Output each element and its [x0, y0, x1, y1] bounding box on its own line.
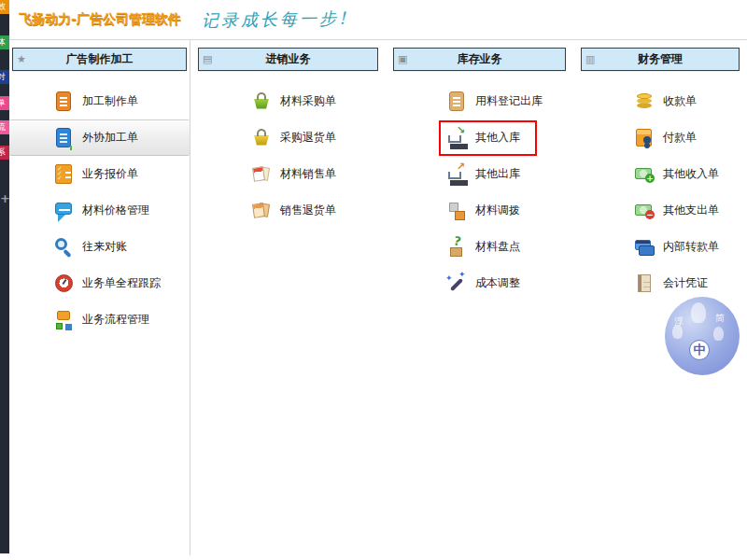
- menu-item[interactable]: 其他收入单: [573, 156, 747, 192]
- column-title: 库存业务: [458, 52, 502, 65]
- column-items: 收款单 付款单 其他收入单 其他支出单 内部转款单 会计凭证: [573, 71, 747, 301]
- column-header[interactable]: ▥财务管理: [581, 48, 740, 71]
- menu-item[interactable]: 材料调拨: [386, 192, 573, 229]
- menu-item-label: 往来对账: [82, 239, 127, 255]
- clipboard-blue-icon: [52, 127, 75, 149]
- menu-column: ▥财务管理 收款单 付款单 其他收入单 其他支出单 内部转款单: [573, 40, 747, 555]
- column-items: 用料登记出库 其他入库 其他出库 材料调拨 材料盘点 成本调整: [386, 71, 573, 301]
- menu-item-label: 材料调拨: [475, 203, 520, 218]
- menu-column: ▤进销业务 材料采购单 采购退货单 材料销售单 销售退货单: [190, 40, 387, 555]
- column-header[interactable]: ★广告制作加工: [12, 48, 187, 71]
- menu-item-label: 内部转款单: [663, 239, 719, 255]
- money-plus-icon: [633, 163, 655, 186]
- payment-doc-icon: [633, 127, 655, 149]
- dock-item[interactable]: 系: [0, 146, 9, 160]
- magnifier-blue-icon: [52, 236, 75, 259]
- menu-item-label: 销售退货单: [280, 203, 336, 218]
- menu-item[interactable]: 会计凭证: [573, 265, 747, 301]
- star-icon: ★: [17, 49, 26, 70]
- basket-yellow-icon: [250, 127, 273, 149]
- menu-item[interactable]: 外协加工单: [9, 119, 190, 156]
- chat-blue-icon: [52, 200, 75, 222]
- dock-item[interactable]: 流: [0, 120, 9, 134]
- tulip-icon: [691, 302, 706, 323]
- column-items: 加工制作单 外协加工单 业务报价单 材料价格管理 往来对账 业务单全程跟踪: [9, 71, 190, 338]
- top-header: 飞扬动力-广告公司管理软件 记录成长每一步!: [9, 0, 747, 40]
- dock-item[interactable]: 单: [0, 96, 9, 110]
- menu-item-label: 收款单: [663, 93, 697, 109]
- menu-columns: ★广告制作加工 加工制作单 外协加工单 业务报价单 材料价格管理 往来对账: [9, 40, 747, 555]
- menu-column: ★广告制作加工 加工制作单 外协加工单 业务报价单 材料价格管理 往来对账: [9, 40, 190, 555]
- menu-item[interactable]: 材料价格管理: [9, 192, 190, 229]
- menu-column: ▣库存业务 用料登记出库 其他入库 其他出库 材料调拨 材料盘点: [386, 40, 574, 555]
- package-icon: ▣: [398, 49, 407, 70]
- basket-green-icon: [250, 91, 273, 113]
- column-title: 财务管理: [638, 52, 683, 65]
- coins-gold-icon: [633, 91, 655, 113]
- menu-item[interactable]: 材料采购单: [190, 83, 386, 119]
- flowchart-icon: [52, 309, 75, 331]
- menu-item-label: 用料登记出库: [475, 93, 543, 109]
- app-window: 效体对单流系+ 飞扬动力-广告公司管理软件 记录成长每一步! ★广告制作加工 加…: [0, 0, 747, 560]
- menu-item[interactable]: 内部转款单: [573, 229, 747, 265]
- dock-item[interactable]: 体: [0, 35, 9, 49]
- menu-item[interactable]: 用料登记出库: [386, 83, 573, 119]
- column-header[interactable]: ▤进销业务: [198, 48, 378, 71]
- menu-item[interactable]: 材料盘点: [386, 229, 573, 265]
- menu-item[interactable]: 其他出库: [386, 156, 573, 192]
- papers-red-icon: [250, 163, 273, 186]
- dock-item[interactable]: 对: [0, 70, 9, 84]
- dock-strip: 效体对单流系+: [0, 0, 9, 553]
- menu-item-label: 外协加工单: [82, 130, 138, 146]
- menu-item[interactable]: 业务单全程跟踪: [9, 265, 190, 301]
- menu-item[interactable]: 其他支出单: [573, 192, 747, 229]
- watermark-char: 简: [715, 312, 725, 325]
- menu-item[interactable]: 材料销售单: [190, 156, 386, 192]
- cart-out-icon: [445, 163, 468, 186]
- papers-orange-icon: [250, 200, 273, 222]
- box-sprout-icon: [445, 236, 468, 259]
- menu-item-label: 会计凭证: [663, 275, 708, 291]
- app-slogan: 记录成长每一步!: [202, 7, 349, 33]
- menu-item-label: 其他支出单: [663, 203, 719, 218]
- menu-item-label: 其他出库: [475, 166, 520, 182]
- watermark-char: 浮: [674, 315, 684, 329]
- menu-item-label: 付款单: [663, 130, 697, 146]
- menu-item-label: 其他入库: [475, 130, 520, 146]
- menu-item[interactable]: 其他入库: [386, 119, 573, 156]
- money-minus-icon: [633, 200, 655, 222]
- watermark-badge: 中: [689, 340, 710, 360]
- menu-item-label: 业务单全程跟踪: [82, 275, 161, 291]
- menu-item-label: 成本调整: [475, 275, 520, 291]
- boxes-transfer-icon: [445, 200, 468, 222]
- menu-item[interactable]: 往来对账: [9, 229, 190, 265]
- menu-item[interactable]: 收款单: [573, 83, 747, 119]
- clipboard-orange-icon: [52, 91, 75, 113]
- ime-watermark: 浮 简 中: [665, 297, 740, 375]
- menu-item[interactable]: 成本调整: [386, 265, 573, 301]
- menu-item-label: 业务报价单: [82, 166, 138, 182]
- menu-item-label: 业务流程管理: [82, 312, 149, 328]
- tulip-icon: [713, 327, 724, 341]
- dock-item[interactable]: 效: [0, 0, 9, 14]
- menu-item[interactable]: 业务报价单: [9, 156, 190, 192]
- notebook-icon: ▤: [203, 49, 212, 70]
- menu-item-label: 材料价格管理: [82, 203, 149, 218]
- document-icon: ▥: [585, 49, 595, 70]
- menu-item-label: 材料盘点: [475, 239, 520, 255]
- menu-item[interactable]: 采购退货单: [190, 119, 386, 156]
- column-header[interactable]: ▣库存业务: [393, 48, 566, 71]
- menu-item-label: 其他收入单: [663, 166, 719, 182]
- menu-item[interactable]: 业务流程管理: [9, 301, 190, 338]
- checklist-orange-icon: [52, 163, 75, 186]
- menu-item[interactable]: 付款单: [573, 119, 747, 156]
- menu-item[interactable]: 加工制作单: [9, 83, 190, 119]
- app-title: 飞扬动力-广告公司管理软件: [19, 11, 181, 28]
- clock-red-icon: [52, 273, 75, 295]
- voucher-tan-icon: [633, 273, 655, 295]
- dock-item[interactable]: +: [0, 191, 9, 205]
- menu-item-label: 加工制作单: [82, 93, 138, 109]
- menu-item-label: 采购退货单: [280, 130, 336, 146]
- menu-item-label: 材料销售单: [280, 166, 336, 182]
- menu-item[interactable]: 销售退货单: [190, 192, 386, 229]
